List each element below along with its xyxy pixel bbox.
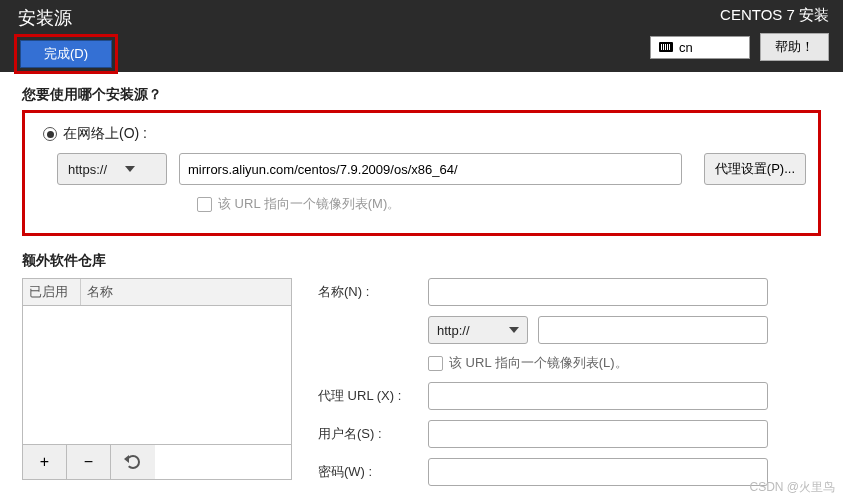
radio-network-label: 在网络上(O) : (63, 125, 147, 143)
source-question: 您要使用哪个安装源？ (22, 86, 821, 104)
password-label: 密码(W) : (318, 463, 418, 481)
mirror-checkbox-label: 该 URL 指向一个镜像列表(M)。 (218, 195, 400, 213)
proxy-url-label: 代理 URL (X) : (318, 387, 418, 405)
col-enabled[interactable]: 已启用 (23, 279, 81, 305)
remove-repo-button[interactable]: − (67, 445, 111, 479)
mirror-checkbox[interactable] (197, 197, 212, 212)
repo-list-body[interactable] (23, 306, 291, 444)
proxy-url-input[interactable] (428, 382, 768, 410)
refresh-repo-button[interactable] (111, 445, 155, 479)
protocol-value: https:// (68, 162, 107, 177)
repo-name-input[interactable] (428, 278, 768, 306)
radio-network[interactable]: 在网络上(O) : (43, 125, 806, 143)
additional-repos-title: 额外软件仓库 (22, 252, 821, 270)
watermark: CSDN @火里鸟 (749, 479, 835, 496)
page-title: 安装源 (14, 6, 118, 30)
language-code: cn (679, 40, 693, 55)
proxy-settings-button[interactable]: 代理设置(P)... (704, 153, 806, 185)
chevron-down-icon (509, 327, 519, 333)
repo-name-label: 名称(N) : (318, 283, 418, 301)
repo-mirror-checkbox[interactable] (428, 356, 443, 371)
help-button[interactable]: 帮助！ (760, 33, 829, 61)
chevron-down-icon (125, 166, 135, 172)
repo-protocol-dropdown[interactable]: http:// (428, 316, 528, 344)
installer-title: CENTOS 7 安装 (720, 6, 829, 25)
password-input[interactable] (428, 458, 768, 486)
username-input[interactable] (428, 420, 768, 448)
repo-mirror-label: 该 URL 指向一个镜像列表(L)。 (449, 354, 628, 372)
repo-url-input[interactable] (538, 316, 768, 344)
highlight-done: 完成(D) (14, 34, 118, 74)
radio-icon (43, 127, 57, 141)
source-url-input[interactable] (179, 153, 682, 185)
done-button[interactable]: 完成(D) (20, 40, 112, 68)
repo-protocol-value: http:// (437, 323, 470, 338)
header-bar: 安装源 完成(D) CENTOS 7 安装 cn 帮助！ (0, 0, 843, 72)
keyboard-icon (659, 42, 673, 52)
refresh-icon (126, 455, 140, 469)
highlight-source: 在网络上(O) : https:// 代理设置(P)... 该 URL 指向一个… (22, 110, 821, 236)
add-repo-button[interactable]: + (23, 445, 67, 479)
repo-table: 已启用 名称 (22, 278, 292, 445)
col-name[interactable]: 名称 (81, 279, 291, 305)
username-label: 用户名(S) : (318, 425, 418, 443)
protocol-dropdown[interactable]: https:// (57, 153, 167, 185)
keyboard-layout-selector[interactable]: cn (650, 36, 750, 59)
